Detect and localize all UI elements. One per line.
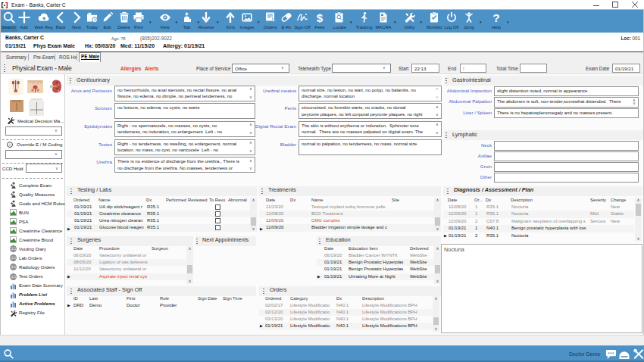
svg-text:?: ? [492,11,499,23]
svg-text:$: $ [317,11,324,23]
